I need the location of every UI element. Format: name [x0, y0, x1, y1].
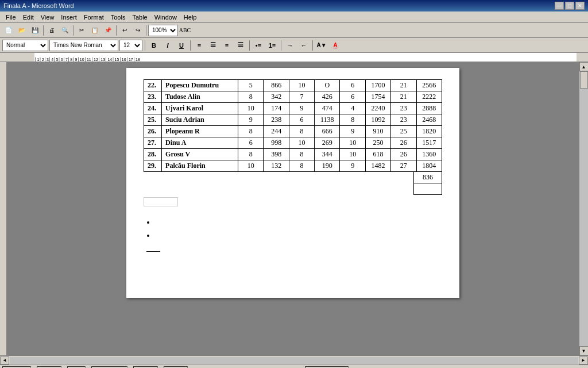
- outdent-button[interactable]: ←: [297, 39, 310, 52]
- fmt-separator-1: [145, 40, 145, 51]
- align-right-button[interactable]: ≡: [220, 39, 233, 52]
- print-preview-button[interactable]: 🔍: [59, 24, 71, 37]
- fmt-separator-4: [281, 40, 281, 51]
- formatting-toolbar: Normal Times New Roman 12 B I U ≡ ☰ ≡ ☰ …: [0, 38, 588, 53]
- scroll-left-button[interactable]: ◄: [0, 356, 9, 365]
- align-left-button[interactable]: ≡: [193, 39, 206, 52]
- copy-button[interactable]: 📋: [88, 24, 101, 37]
- toolbar-separator-2: [73, 25, 74, 36]
- table-row: 27.Dinu A69981026910250261517: [144, 137, 442, 149]
- toolbar-separator-4: [146, 25, 146, 36]
- table-row: 23.Tudose Alin8342742661754212222: [144, 91, 442, 103]
- document-page: 22.Popescu Dumutru586610O6170021256623.T…: [126, 68, 459, 298]
- font-size-select[interactable]: 12: [119, 40, 142, 51]
- align-center-button[interactable]: ☰: [207, 39, 219, 52]
- small-box: [144, 197, 178, 206]
- ruler-scale: │1│2│3│4│5│6│7│8│9│10│11│12│13│14│15│16│…: [34, 53, 577, 62]
- table-row: 22.Popescu Dumutru586610O61700212566: [144, 80, 442, 91]
- menu-window[interactable]: Window: [151, 13, 180, 22]
- menu-help[interactable]: Help: [180, 13, 200, 22]
- numbering-button[interactable]: 1≡: [266, 39, 278, 52]
- print-button[interactable]: 🖨: [45, 24, 58, 37]
- scroll-thumb[interactable]: [580, 71, 588, 89]
- fmt-separator-5: [312, 40, 313, 51]
- extra-value-2: [413, 183, 442, 195]
- horizontal-scroll-area[interactable]: ◄ ►: [0, 355, 588, 365]
- cut-button[interactable]: ✂: [75, 24, 88, 37]
- open-button[interactable]: 📂: [16, 24, 28, 37]
- bullet-list: ____: [144, 218, 442, 253]
- toolbar-separator-3: [116, 25, 117, 36]
- status-bar: Page 1 Sec 1 1/2 At 22.7cm Ln 28 Col 7 R…: [0, 365, 588, 368]
- scroll-up-button[interactable]: ▲: [579, 62, 589, 71]
- table-row: 28.Grosu V8398834410618261360: [144, 149, 442, 160]
- vertical-ruler: [0, 62, 7, 355]
- data-table: 22.Popescu Dumutru586610O6170021256623.T…: [144, 79, 442, 172]
- bullets-button[interactable]: •≡: [252, 39, 265, 52]
- table-row-empty: [144, 183, 442, 195]
- underline-button[interactable]: U: [175, 39, 188, 52]
- minimize-button[interactable]: ─: [555, 2, 564, 10]
- menu-edit[interactable]: Edit: [20, 13, 37, 22]
- bullet-item-1: [155, 218, 442, 227]
- menu-bar: File Edit View Insert Format Tools Table…: [0, 12, 588, 23]
- extra-value-1: 836: [413, 172, 442, 183]
- menu-file[interactable]: File: [2, 13, 20, 22]
- bold-button[interactable]: B: [148, 39, 160, 52]
- h-scroll-track[interactable]: [10, 357, 578, 364]
- scroll-track[interactable]: [579, 71, 588, 346]
- main-area: 22.Popescu Dumutru586610O6170021256623.T…: [0, 62, 588, 355]
- table-row: 836: [144, 172, 442, 183]
- undo-button[interactable]: ↩: [118, 24, 131, 37]
- indent-button[interactable]: →: [284, 39, 296, 52]
- redo-button[interactable]: ↪: [131, 24, 144, 37]
- highlight-button[interactable]: A▼: [315, 39, 328, 52]
- standard-toolbar: 📄 📂 💾 🖨 🔍 ✂ 📋 📌 ↩ ↪ 100% 75% 150% ABC: [0, 23, 588, 38]
- style-select[interactable]: Normal: [2, 40, 48, 51]
- underline-item: ____: [146, 244, 160, 252]
- menu-tools[interactable]: Tools: [107, 13, 129, 22]
- menu-view[interactable]: View: [37, 13, 58, 22]
- close-button[interactable]: ✕: [575, 2, 585, 10]
- menu-insert[interactable]: Insert: [57, 13, 80, 22]
- align-justify-button[interactable]: ☰: [234, 39, 247, 52]
- table-row: 24.Ujvari Karol10174947442240232888: [144, 103, 442, 114]
- window-controls: ─ □ ✕: [555, 2, 585, 10]
- menu-format[interactable]: Format: [80, 13, 107, 22]
- new-button[interactable]: 📄: [2, 24, 15, 37]
- toolbar-separator-1: [43, 25, 44, 36]
- table-row: 26.Plopeanu R824486669910251820: [144, 126, 442, 137]
- fmt-separator-2: [190, 40, 191, 51]
- menu-table[interactable]: Table: [129, 13, 150, 22]
- maximize-button[interactable]: □: [565, 2, 574, 10]
- title-text: Finala A - Microsoft Word: [3, 2, 74, 9]
- extra-table: 836: [144, 171, 442, 195]
- zoom-select[interactable]: 100% 75% 150%: [148, 25, 178, 36]
- italic-button[interactable]: I: [161, 39, 174, 52]
- vertical-scrollbar[interactable]: ▲ ▼: [579, 62, 588, 355]
- bullet-item-3: ____: [155, 244, 442, 253]
- title-bar: Finala A - Microsoft Word ─ □ ✕: [0, 0, 588, 12]
- scroll-right-button[interactable]: ►: [579, 356, 588, 365]
- scroll-down-button[interactable]: ▼: [579, 346, 589, 355]
- paste-button[interactable]: 📌: [102, 24, 114, 37]
- table-row: 29.Palcău Florin10132819091482271804: [144, 160, 442, 172]
- document-area[interactable]: 22.Popescu Dumutru586610O6170021256623.T…: [7, 62, 579, 355]
- fmt-separator-3: [249, 40, 250, 51]
- font-color-button[interactable]: A: [329, 39, 342, 52]
- spelling-button[interactable]: ABC: [179, 24, 191, 37]
- save-button[interactable]: 💾: [29, 24, 41, 37]
- font-select[interactable]: Times New Roman: [49, 40, 118, 51]
- bullet-item-2: [155, 231, 442, 240]
- horizontal-ruler: │1│2│3│4│5│6│7│8│9│10│11│12│13│14│15│16│…: [0, 53, 588, 62]
- table-row: 25.Suciu Adrian92386113881092232468: [144, 114, 442, 126]
